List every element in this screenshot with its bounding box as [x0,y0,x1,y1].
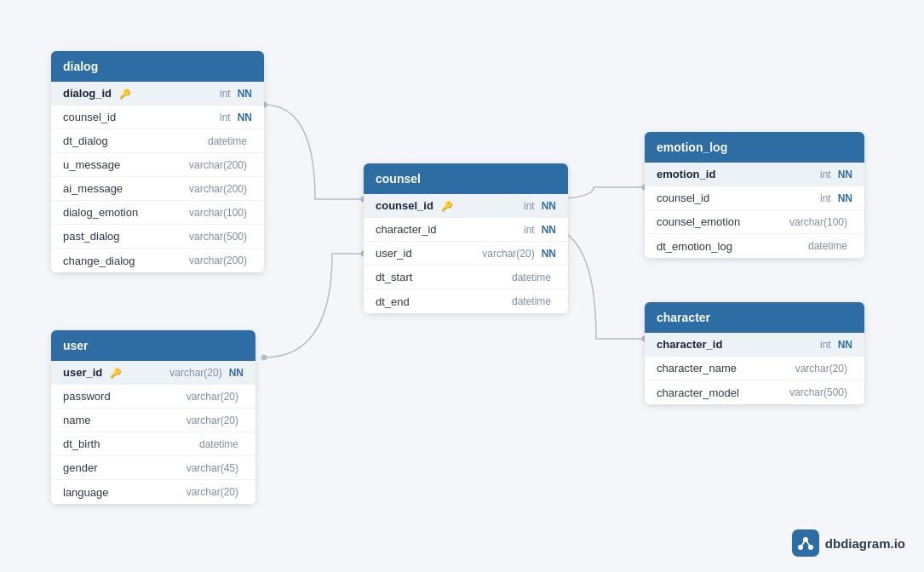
col-type: int [820,192,831,204]
col-type: datetime [208,135,247,147]
canvas: dialog dialog_id 🔑 int NN counsel_id int… [0,0,924,572]
col-type: varchar(20) [187,391,238,403]
user-table: user user_id 🔑 varchar(20) NN password v… [51,330,255,504]
counsel-table-header: counsel [364,163,568,194]
user-table-name: user [63,339,89,352]
col-type: datetime [199,438,238,450]
col-type: varchar(200) [189,255,247,266]
user-table-header: user [51,330,255,361]
table-row: counsel_emotion varchar(100) [645,210,864,234]
table-row: character_id int NN [364,218,568,242]
table-row: user_id varchar(20) NN [364,242,568,266]
col-name: user_id 🔑 [63,366,169,379]
key-icon: 🔑 [119,89,131,100]
table-row: name varchar(20) [51,409,255,432]
svg-line-12 [806,540,811,547]
counsel-table-name: counsel [376,172,421,186]
brand-icon [792,529,819,557]
col-name: gender [63,461,187,474]
svg-point-2 [261,355,267,361]
col-type: varchar(20) [795,363,847,375]
col-type: varchar(20) [482,248,534,260]
col-type: varchar(20) [169,367,221,379]
brand-svg [797,535,814,552]
col-type: int [524,200,535,212]
col-name: user_id [376,247,482,260]
dialog-table-header: dialog [51,51,264,82]
dialog-table-body: dialog_id 🔑 int NN counsel_id int NN dt_… [51,82,264,272]
table-row: language varchar(20) [51,480,255,504]
col-type: datetime [808,240,847,252]
col-nn: NN [838,192,852,204]
col-type: varchar(200) [189,183,247,195]
col-name: counsel_id 🔑 [376,199,524,212]
character-table-header: character [645,302,864,333]
col-name: dialog_emotion [63,206,189,219]
col-type: varchar(100) [789,216,847,228]
col-type: varchar(20) [187,486,238,498]
col-name: counsel_emotion [657,215,789,228]
counsel-table: counsel counsel_id 🔑 int NN character_id… [364,163,568,313]
col-nn: NN [229,367,244,379]
col-type: varchar(100) [189,207,247,219]
col-name: dt_emotion_log [657,240,808,253]
table-row: counsel_id 🔑 int NN [364,194,568,218]
emotion-log-table-name: emotion_log [657,140,727,154]
brand: dbdiagram.io [792,529,905,557]
col-type: varchar(200) [189,159,247,171]
table-row: password varchar(20) [51,385,255,409]
col-type: datetime [512,295,551,307]
brand-name: dbdiagram.io [825,536,905,551]
table-row: past_dialog varchar(500) [51,225,264,249]
col-name: character_id [376,223,524,236]
counsel-table-body: counsel_id 🔑 int NN character_id int NN … [364,194,568,313]
table-row: character_id int NN [645,333,864,357]
col-type: int [524,224,535,236]
dialog-table: dialog dialog_id 🔑 int NN counsel_id int… [51,51,264,272]
col-type: int [220,88,231,100]
col-name: name [63,414,187,426]
table-row: counsel_id int NN [645,186,864,210]
user-table-body: user_id 🔑 varchar(20) NN password varcha… [51,361,255,504]
key-icon: 🔑 [441,201,453,212]
table-row: ai_message varchar(200) [51,177,264,201]
character-table: character character_id int NN character_… [645,302,864,404]
col-nn: NN [838,169,852,180]
col-name: u_message [63,158,189,171]
col-name: emotion_id [657,168,820,180]
emotion-log-table-header: emotion_log [645,132,864,163]
col-type: int [820,169,831,180]
emotion-log-table-body: emotion_id int NN counsel_id int NN coun… [645,163,864,258]
dialog-table-name: dialog [63,60,98,73]
table-row: character_model varchar(500) [645,380,864,404]
col-name: character_model [657,386,789,399]
col-name: past_dialog [63,230,189,243]
col-name: counsel_id [657,192,820,204]
col-type: varchar(500) [789,386,847,398]
col-name: dt_start [376,271,512,283]
table-row: change_dialog varchar(200) [51,249,264,272]
table-row: dt_birth datetime [51,432,255,456]
svg-line-11 [801,540,806,547]
col-name: dt_birth [63,438,199,450]
col-nn: NN [238,88,252,100]
table-row: emotion_id int NN [645,163,864,186]
col-nn: NN [238,112,252,123]
col-nn: NN [542,200,556,212]
col-name: character_id [657,338,820,351]
table-row: dt_dialog datetime [51,129,264,153]
col-name: language [63,486,187,499]
emotion-log-table: emotion_log emotion_id int NN counsel_id… [645,132,864,258]
col-type: int [220,112,231,123]
table-row: u_message varchar(200) [51,153,264,177]
col-nn: NN [542,248,556,260]
col-type: datetime [512,272,551,283]
col-name: password [63,390,187,403]
col-nn: NN [542,224,556,236]
col-nn: NN [838,339,852,351]
table-row: dt_start datetime [364,266,568,289]
table-row: gender varchar(45) [51,456,255,480]
col-name: ai_message [63,182,189,195]
col-name: character_name [657,362,795,375]
table-row: counsel_id int NN [51,106,264,129]
